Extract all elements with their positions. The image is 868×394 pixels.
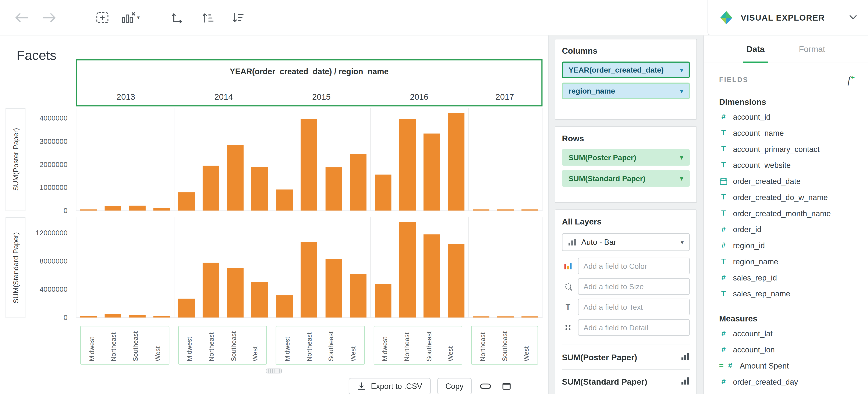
bar-chart-icon [681,376,690,387]
add-field-color-input[interactable] [578,258,690,274]
field-name: account_id [733,112,771,121]
field-amount-spent[interactable]: =#Amount Spent [704,358,868,374]
facet-2015 [273,217,371,318]
bar-2016-northeast[interactable] [399,119,415,211]
bar-2014-northeast[interactable] [203,262,219,318]
pill-label: SUM(Standard Paper) [568,174,645,182]
field-account-website[interactable]: Taccount_website [704,157,868,173]
bar-2017-west[interactable] [521,316,538,317]
caret-down-icon[interactable]: ▾ [680,154,683,161]
bar-2015-midwest[interactable] [276,189,293,210]
field-sales-rep-id[interactable]: #sales_rep_id [704,270,868,286]
bar-2013-midwest[interactable] [80,209,97,211]
copy-button[interactable]: Copy [437,378,472,394]
field-region-id[interactable]: #region_id [704,237,868,254]
visual-explorer-menu[interactable]: VISUAL EXPLORER [708,0,868,35]
field-name: account_lon [733,345,775,354]
field-order-created-day[interactable]: #order_created_day [704,374,868,390]
caret-down-icon[interactable]: ▾ [680,175,683,182]
bar-2013-west[interactable] [153,208,170,211]
bar-2014-west[interactable] [252,167,268,210]
field-name: region_name [733,257,778,266]
field-order-created-date[interactable]: order_created_date [704,173,868,189]
swap-axes-icon[interactable] [168,8,187,27]
bar-2017-southeast[interactable] [497,209,514,210]
export-csv-button[interactable]: Export to .CSV [349,378,430,394]
layer-measure-sum-poster-paper[interactable]: SUM(Poster Paper) [562,344,690,369]
add-field-detail-input[interactable] [578,319,690,336]
bar-2015-northeast[interactable] [301,242,317,317]
chart-panel-standard: 12000000800000040000000 [76,217,542,318]
bar-2015-southeast[interactable] [325,167,342,211]
field-account-lat[interactable]: #account_lat [704,326,868,342]
bar-2016-west[interactable] [448,113,464,210]
field-order-created-month-name[interactable]: Torder_created_month_name [704,205,868,221]
resize-handle[interactable] [266,369,282,374]
tab-format[interactable]: Format [789,35,835,63]
field-order-created-do-w-name[interactable]: Torder_created_do_w_name [704,189,868,205]
bar-2015-midwest[interactable] [276,296,293,317]
x-axis-label: Southeast [327,331,335,361]
pill-year-order-created-date[interactable]: YEAR(order_created_date)▾ [562,61,690,78]
bar-2013-west[interactable] [153,316,170,318]
bar-2015-northeast[interactable] [301,119,317,211]
chart-tools: ▾ [93,8,144,27]
bar-2014-midwest[interactable] [179,299,195,318]
bar-2016-midwest[interactable] [375,284,391,317]
bar-2017-southeast[interactable] [497,316,514,317]
layer-measure-label: SUM(Standard Paper) [562,377,647,386]
add-chart-icon[interactable] [93,8,112,27]
pill-sum-poster-paper[interactable]: SUM(Poster Paper)▾ [562,149,690,166]
bar-2015-west[interactable] [349,274,366,317]
expand-view-icon[interactable] [499,379,514,393]
chart-type-select[interactable]: Auto - Bar ▾ [562,233,690,251]
bar-2013-southeast[interactable] [129,315,146,318]
bar-2016-northeast[interactable] [399,222,415,318]
bar-2015-west[interactable] [349,154,366,210]
field-region-name[interactable]: Tregion_name [704,253,868,270]
columns-shelf-title: Columns [562,46,690,55]
field-account-name[interactable]: Taccount_name [704,125,868,141]
bar-2014-southeast[interactable] [227,145,244,210]
chart-panel-poster: 40000003000000200000010000000 [76,108,542,211]
pill-sum-standard-paper[interactable]: SUM(Standard Paper)▾ [562,170,690,187]
forward-button[interactable] [40,8,59,27]
layer-measure-sum-standard-paper[interactable]: SUM(Standard Paper) [562,369,690,393]
field-name: sales_rep_name [733,289,790,298]
sort-descending-icon[interactable] [228,8,247,27]
bar-2016-midwest[interactable] [375,175,391,210]
bar-2014-west[interactable] [252,282,268,317]
bar-2014-northeast[interactable] [203,166,219,211]
bar-2017-northeast[interactable] [473,316,489,317]
add-field-text-input[interactable] [578,299,690,315]
bar-2016-west[interactable] [448,244,464,317]
field-account-primary-contact[interactable]: Taccount_primary_contact [704,141,868,157]
bar-2014-southeast[interactable] [227,268,244,317]
facet-header: YEAR(order_created_date) / region_name 2… [76,59,542,106]
bar-2016-southeast[interactable] [423,234,440,318]
collapse-view-icon[interactable] [478,379,493,393]
add-field-size-input[interactable] [578,278,690,295]
tab-data[interactable]: Data [737,35,775,63]
field-order-id[interactable]: #order_id [704,221,868,237]
field-sales-rep-name[interactable]: Tsales_rep_name [704,286,868,302]
bar-2014-midwest[interactable] [179,192,195,210]
sort-ascending-icon[interactable] [198,8,217,27]
bar-2017-northeast[interactable] [473,209,489,210]
export-csv-label: Export to .CSV [371,382,422,391]
field-account-id[interactable]: #account_id [704,109,868,125]
bar-2016-southeast[interactable] [423,133,440,210]
bar-2017-west[interactable] [521,209,538,210]
bar-2013-midwest[interactable] [80,316,97,318]
caret-down-icon[interactable]: ▾ [680,66,683,74]
back-button[interactable] [12,8,31,27]
remove-chart-icon[interactable]: ▾ [117,8,144,27]
bar-2015-southeast[interactable] [325,259,342,317]
bar-2013-northeast[interactable] [105,206,121,211]
caret-down-icon[interactable]: ▾ [680,87,683,94]
bar-2013-northeast[interactable] [105,314,121,318]
field-account-lon[interactable]: #account_lon [704,342,868,358]
add-calculated-field-button[interactable]: f+ [847,74,855,85]
bar-2013-southeast[interactable] [129,205,146,210]
pill-region-name[interactable]: region_name▾ [562,83,690,99]
